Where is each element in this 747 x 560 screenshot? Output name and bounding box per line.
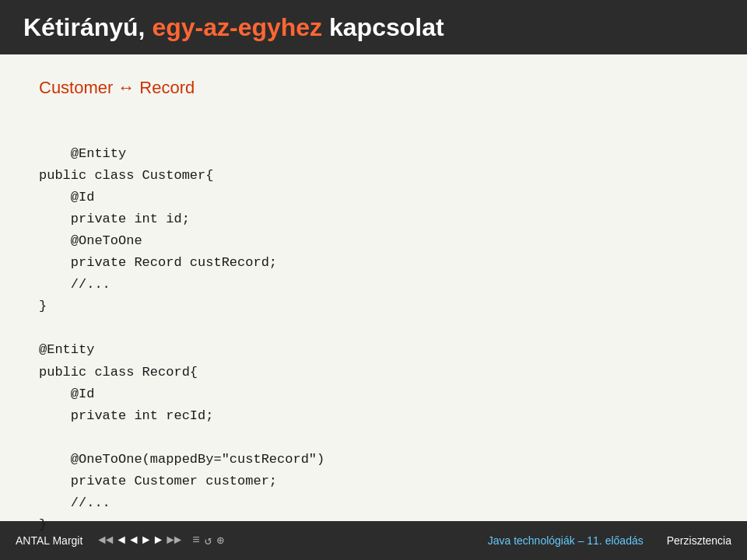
footer-author: ANTAL Margit [16,534,82,547]
footer-course: Java technológiák – 11. előadás [488,534,644,547]
slide-title: Kétirányú, egy-az-egyhez kapcsolat [23,13,444,42]
code-content: @Entity public class Customer{ @Id priva… [39,121,708,558]
nav-arrow-first[interactable]: ◄◄ [98,534,113,548]
main-content: Customer ↔ Record @Entity public class C… [0,54,747,521]
footer-nav-controls[interactable]: ◄◄ ◄ ◄ ► ► ►► ≡ ↺ ⊕ [98,533,224,548]
subtitle-arrow: ↔ [117,78,135,98]
footer-topic: Perzisztencia [667,534,731,547]
title-normal-text: Kétirányú, [23,13,152,41]
nav-arrow-prev[interactable]: ◄ [118,534,126,548]
nav-refresh-icon[interactable]: ↺ [205,533,212,548]
code-block-1: @Entity public class Customer{ @Id priva… [39,146,277,313]
subtitle-line: Customer ↔ Record [39,78,708,98]
footer-left-section: ANTAL Margit ◄◄ ◄ ◄ ► ► ►► ≡ ↺ ⊕ [16,533,224,548]
nav-arrow-left[interactable]: ◄ [130,534,138,548]
nav-arrow-last[interactable]: ►► [167,534,181,548]
footer-bar: ANTAL Margit ◄◄ ◄ ◄ ► ► ►► ≡ ↺ ⊕ Java te… [0,521,747,560]
subtitle-customer: Customer [39,78,113,98]
code-block-2: @Entity public class Record{ @Id private… [39,342,324,531]
subtitle-record: Record [139,78,195,98]
nav-zoom-icon[interactable]: ⊕ [216,533,224,548]
nav-arrow-right[interactable]: ► [142,534,150,548]
nav-menu-icon[interactable]: ≡ [192,534,200,548]
footer-right-section: Java technológiák – 11. előadás Perziszt… [488,534,731,547]
title-rest-text: kapcsolat [322,13,444,41]
header-bar: Kétirányú, egy-az-egyhez kapcsolat [0,0,747,54]
title-highlight-text: egy-az-egyhez [152,13,322,41]
nav-arrow-next[interactable]: ► [154,534,162,548]
